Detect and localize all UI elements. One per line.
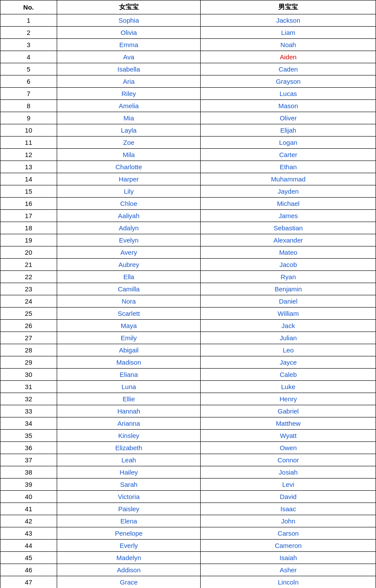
cell-no: 29 — [0, 356, 57, 369]
table-row: 7RileyLucas — [0, 88, 376, 100]
cell-girl: Nora — [57, 295, 201, 308]
table-row: 26MayaJack — [0, 320, 376, 332]
girl-name: Hailey — [120, 468, 138, 476]
cell-boy: Michael — [201, 198, 376, 210]
girl-name: Chloe — [120, 200, 137, 207]
cell-boy: James — [201, 210, 376, 222]
cell-boy: Carter — [201, 149, 376, 161]
table-row: 8AmeliaMason — [0, 100, 376, 112]
boy-name: William — [278, 310, 299, 317]
cell-boy: John — [201, 515, 376, 527]
table-row: 46AddisonAsher — [0, 564, 376, 576]
boy-name: Luke — [281, 383, 295, 390]
cell-boy: Mateo — [201, 246, 376, 259]
boy-name: Asher — [280, 566, 297, 574]
cell-no: 42 — [0, 515, 57, 527]
girl-name: Mila — [123, 151, 135, 158]
girl-name: Penelope — [115, 530, 142, 537]
table-row: 22EllaRyan — [0, 271, 376, 283]
table-row: 28AbigailLeo — [0, 344, 376, 356]
cell-girl: Charlotte — [57, 161, 201, 173]
table-row: 6AriaGrayson — [0, 75, 376, 88]
boy-name: Caleb — [280, 371, 297, 378]
boy-name: Benjamin — [274, 285, 302, 293]
cell-girl: Grace — [57, 576, 201, 588]
girl-name: Olivia — [120, 29, 137, 36]
cell-girl: Amelia — [57, 100, 201, 112]
cell-boy: Oliver — [201, 112, 376, 124]
girl-name: Isabella — [117, 65, 140, 73]
girl-name: Evelyn — [119, 236, 139, 244]
table-row: 20AveryMateo — [0, 246, 376, 259]
cell-no: 15 — [0, 185, 57, 198]
cell-girl: Riley — [57, 88, 201, 100]
cell-boy: Lucas — [201, 88, 376, 100]
boy-name: Isaiah — [280, 554, 297, 561]
table-row: 25ScarlettWilliam — [0, 308, 376, 320]
boy-name: Jacob — [280, 261, 297, 268]
boy-name: Jayden — [278, 188, 299, 195]
cell-girl: Aaliyah — [57, 210, 201, 222]
cell-no: 44 — [0, 540, 57, 552]
cell-girl: Evelyn — [57, 234, 201, 246]
cell-boy: Noah — [201, 39, 376, 51]
header-girl: 女宝宝 — [57, 0, 201, 14]
table-row: 34AriannaMatthew — [0, 417, 376, 430]
cell-girl: Chloe — [57, 198, 201, 210]
cell-no: 28 — [0, 344, 57, 356]
girl-name: Luna — [121, 383, 136, 390]
cell-girl: Layla — [57, 124, 201, 137]
cell-no: 21 — [0, 259, 57, 271]
cell-boy: Owen — [201, 442, 376, 454]
cell-boy: Benjamin — [201, 283, 376, 295]
girl-name: Harper — [119, 175, 139, 183]
table-row: 3EmmaNoah — [0, 39, 376, 51]
boy-name: Ryan — [280, 273, 296, 280]
girl-name: Emma — [119, 41, 138, 48]
cell-girl: Arianna — [57, 417, 201, 430]
girl-name: Ava — [123, 53, 134, 61]
table-row: 5IsabellaCaden — [0, 63, 376, 75]
boy-name: Lucas — [280, 90, 297, 97]
table-row: 16ChloeMichael — [0, 198, 376, 210]
cell-boy: Isaac — [201, 503, 376, 515]
cell-girl: Isabella — [57, 63, 201, 75]
cell-no: 22 — [0, 271, 57, 283]
cell-boy: Gabriel — [201, 405, 376, 417]
girl-name: Paisley — [118, 505, 139, 513]
boy-name: Sebastian — [273, 224, 303, 232]
girl-name: Riley — [121, 90, 136, 97]
cell-girl: Ella — [57, 271, 201, 283]
cell-girl: Aubrey — [57, 259, 201, 271]
boy-name: Daniel — [279, 297, 297, 305]
cell-no: 38 — [0, 466, 57, 479]
girl-name: Charlotte — [116, 163, 142, 171]
table-row: 44EverlyCameron — [0, 540, 376, 552]
boy-name: Jack — [281, 322, 295, 329]
boy-name: Jackson — [276, 17, 300, 24]
cell-boy: Henry — [201, 393, 376, 405]
boy-name: Connor — [277, 456, 299, 464]
boy-name: Leo — [283, 346, 294, 354]
table-row: 15LilyJayden — [0, 185, 376, 198]
girl-name: Ellie — [123, 395, 135, 403]
boy-name: David — [280, 493, 297, 500]
girl-name: Eliana — [120, 371, 138, 378]
boy-name: Mason — [278, 102, 298, 109]
cell-no: 6 — [0, 75, 57, 88]
cell-no: 30 — [0, 369, 57, 381]
cell-boy: Alexander — [201, 234, 376, 246]
table-row: 11ZoeLogan — [0, 137, 376, 149]
cell-girl: Paisley — [57, 503, 201, 515]
cell-no: 35 — [0, 430, 57, 442]
table-row: 36ElizabethOwen — [0, 442, 376, 454]
cell-girl: Camilla — [57, 283, 201, 295]
cell-no: 26 — [0, 320, 57, 332]
cell-boy: Josiah — [201, 466, 376, 479]
girl-name: Lily — [124, 188, 134, 195]
cell-boy: Logan — [201, 137, 376, 149]
girl-name: Elena — [120, 517, 137, 525]
cell-no: 19 — [0, 234, 57, 246]
cell-boy: Jayce — [201, 356, 376, 369]
boy-name: Henry — [280, 395, 297, 403]
